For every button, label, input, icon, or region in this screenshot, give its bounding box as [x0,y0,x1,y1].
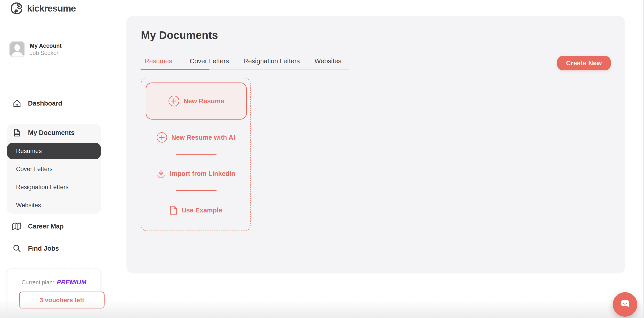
sidebar-item-label: Find Jobs [28,245,59,252]
sidebar-item-career-map[interactable]: Career Map [12,222,64,230]
tab-resignation-letters[interactable]: Resignation Letters [244,57,300,65]
map-icon [12,222,21,230]
sidebar-item-dashboard[interactable]: Dashboard [13,99,62,108]
tab-cover-letters[interactable]: Cover Letters [190,57,229,65]
sidebar-subitem-cover-letters[interactable]: Cover Letters [7,161,101,177]
download-icon [156,169,166,178]
tab-websites[interactable]: Websites [314,57,342,65]
plan-badge: PREMIUM [57,279,86,286]
account-name: My Account [30,42,62,50]
create-new-button[interactable]: Create New [557,56,611,70]
action-label: Use Example [182,207,222,214]
tab-resumes[interactable]: Resumes [144,57,172,65]
avatar [9,41,25,57]
divider [176,190,216,191]
new-resume-ai-button[interactable]: New Resume with AI [141,130,250,145]
new-resume-button[interactable]: New Resume [146,83,247,120]
sidebar-item-label: Career Map [28,223,64,230]
new-document-actions-card: New Resume New Resume with AI Import fro… [141,78,251,231]
plus-circle-icon [168,95,180,107]
chat-bubble-icon [619,298,631,311]
page-title: My Documents [141,29,218,41]
sidebar-subitem-resignation-letters[interactable]: Resignation Letters [7,179,101,195]
sidebar-subitem-label: Resumes [16,148,42,155]
active-tab-underline [140,69,210,70]
sidebar-subitem-websites[interactable]: Websites [7,197,101,214]
sidebar-subitem-resumes[interactable]: Resumes [7,143,101,159]
sidebar-item-my-documents[interactable]: My Documents [13,128,74,137]
action-label: New Resume with AI [172,134,235,141]
person-silhouette-icon [10,42,24,57]
kickresume-logo[interactable]: kickresume [10,2,76,15]
chameleon-logo-icon [10,2,24,15]
sidebar-documents-section: My Documents Resumes Cover Letters Resig… [7,124,101,214]
current-plan-card: Current plan: PREMIUM 3 vouchers left [7,268,101,316]
brand-name: kickresume [27,3,76,14]
action-label: New Resume [184,97,224,105]
file-icon [169,205,178,215]
sidebar-subitem-label: Cover Letters [16,166,52,173]
import-linkedin-button[interactable]: Import from LinkedIn [141,166,250,181]
home-icon [13,99,21,108]
divider [176,154,216,155]
current-plan-label: Current plan: [22,279,54,286]
search-icon [13,244,21,253]
use-example-button[interactable]: Use Example [141,203,250,217]
account-role: Job Seeker [30,49,62,57]
plus-circle-icon [156,132,167,143]
main-panel: My Documents Resumes Cover Letters Resig… [126,16,625,273]
sidebar-subitem-label: Websites [16,202,41,209]
sidebar-item-label: My Documents [28,129,74,137]
vouchers-left-button[interactable]: 3 vouchers left [19,291,104,308]
chat-launcher-button[interactable] [613,292,637,317]
sidebar-subitem-label: Resignation Letters [16,184,69,191]
sidebar-item-find-jobs[interactable]: Find Jobs [13,244,59,253]
sidebar: kickresume My Account Job Seeker Dashboa… [0,0,126,318]
action-label: Import from LinkedIn [170,170,235,177]
document-icon [13,128,21,137]
sidebar-item-label: Dashboard [28,100,62,107]
account-widget[interactable]: My Account Job Seeker [9,41,62,57]
